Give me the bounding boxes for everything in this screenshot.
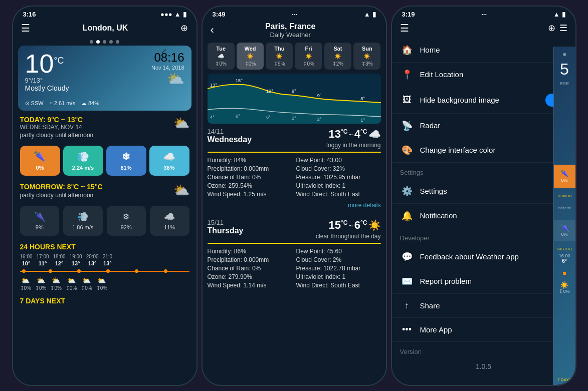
tab-tue[interactable]: Tue ☁️ ↧0% xyxy=(208,43,235,70)
expand-icon[interactable]: ⤢ xyxy=(161,48,166,55)
hero-stats: ⊙ SSW ≈ 2.61 m/s ☁ 84% xyxy=(25,100,100,107)
svg-text:6°: 6° xyxy=(266,115,271,120)
wifi-icon-1: ▲ xyxy=(174,11,181,18)
menu-feedback[interactable]: 💬 Feedback about Weather app xyxy=(392,245,575,269)
hours-weather-icons: ⛅↧0% ⛅↧0% ⛅↧0% ⛅↧0% ⛅↧0% ⛅↧0% xyxy=(20,276,189,291)
menu-more-app[interactable]: ••• More App xyxy=(392,318,575,342)
side-temp-peek: 5 xyxy=(560,61,569,77)
battery-icon-2: ▮ xyxy=(372,11,376,18)
humidity-label-1: Humidity: 84% xyxy=(208,157,292,164)
tab-thu[interactable]: Thu ☀️ ↧9% xyxy=(266,43,293,70)
page-dots-1 xyxy=(13,38,197,46)
today-desc: partly cloudy until afternoon xyxy=(20,132,94,139)
share-label: Share xyxy=(420,301,567,310)
menu-report[interactable]: ✉️ Report problem xyxy=(392,269,575,294)
menu-icon-3[interactable]: ☰ xyxy=(400,22,409,34)
status-icons-2: ▲ ▮ xyxy=(364,11,376,18)
menu-home[interactable]: 🏠 Home › xyxy=(392,38,575,63)
phone-1: 3:16 ●●● ▲ ▮ ☰ London, UK ⊕ xyxy=(12,6,198,386)
menu-edit-location[interactable]: 📍 Edit Location › xyxy=(392,63,575,87)
rain-label-1: Chance of Rain: 0% xyxy=(208,174,292,181)
status-bar-3: 3:19 ··· ▲ ▮ xyxy=(392,7,575,20)
tab-fri[interactable]: Fri ☀️ ↧0% xyxy=(295,43,322,70)
menu-radar[interactable]: 📡 Radar › xyxy=(392,114,575,138)
more-details-link[interactable]: more details xyxy=(208,200,381,211)
menu-notification[interactable]: 🔔 Notification › xyxy=(392,204,575,228)
hours-row: 16:00 10° 17:00 11° 18:00 12° 19:00 13° xyxy=(20,254,189,266)
radar-label: Radar xyxy=(420,121,565,130)
menu-icon-1[interactable]: ☰ xyxy=(21,22,30,34)
wind-dir-label-1: Wind Direct: South East xyxy=(296,191,381,198)
side-sun-icon-area: ☀️ ↧0% xyxy=(559,279,569,296)
day1-icon: ☁️ xyxy=(368,128,381,140)
precip-label-2: Precipitation: 0.000mm xyxy=(208,256,292,263)
days-footer: 7 DAYS NEXT xyxy=(13,294,197,308)
snow-val: 81% xyxy=(120,165,131,171)
humidity-label-2: Humidity: 86% xyxy=(208,248,292,255)
location-icon-1[interactable]: ⊕ xyxy=(180,23,188,34)
cloud-icon: ☁️ xyxy=(163,151,175,163)
menu-settings[interactable]: ⚙️ Settings › xyxy=(392,179,575,204)
palette-icon: 🎨 xyxy=(400,145,414,156)
hero-temp: 10°C xyxy=(25,51,64,77)
metric-cloud: ☁️ 38% xyxy=(149,146,189,176)
hero-desc: Mostly Cloudy xyxy=(25,84,184,92)
yellow-bar-1 xyxy=(208,152,381,153)
menu-hide-bg[interactable]: 🖼 Hide background image xyxy=(392,87,575,114)
chart-area: 13° 15° 12° 9° 9° 8° 4° 6° 6° 2° 2° 1° xyxy=(208,74,381,124)
notification-icon: 🔔 xyxy=(400,210,414,221)
header-center-2: Paris, France Daily Weather xyxy=(265,22,316,39)
wifi-icon-2: ▲ xyxy=(364,11,370,18)
change-color-label: Change interface color xyxy=(420,146,565,154)
feedback-icon: 💬 xyxy=(400,251,414,262)
edit-icon-3[interactable]: ⊕ xyxy=(548,23,555,34)
today-cloud-icon: ⛅ xyxy=(173,116,189,131)
settings-label: Settings xyxy=(420,187,565,195)
hide-bg-label: Hide background image xyxy=(420,96,545,104)
day1-desc: foggy in the morning xyxy=(326,142,381,149)
time-3: 3:19 xyxy=(402,11,415,18)
side-clear-label: clear thr xyxy=(554,204,575,212)
wifi-icon-3: ▲ xyxy=(553,11,560,18)
header-1: ☰ London, UK ⊕ xyxy=(13,20,197,38)
hour-item-1: 16:00 10° xyxy=(20,254,33,266)
status-bar-2: 3:49 ··· ▲ ▮ xyxy=(203,7,386,20)
time-1: 3:16 xyxy=(23,11,36,18)
menu-change-color[interactable]: 🎨 Change interface color › xyxy=(392,138,575,163)
share-icon: ↑ xyxy=(400,300,414,311)
tab-sat[interactable]: Sat ☀️ ↧2% xyxy=(324,43,351,70)
report-label: Report problem xyxy=(420,277,567,285)
back-icon-2[interactable]: ‹ xyxy=(211,24,214,37)
pressure-label-1: Pressure: 1025.95 mbar xyxy=(296,174,381,181)
battery-icon-3: ▮ xyxy=(562,11,565,18)
menu-share[interactable]: ↑ Share xyxy=(392,294,575,318)
day1-header: 14/11 Wednesday 13°C ~ 4°C ☁️ foggy in t… xyxy=(208,128,381,149)
dot-1 xyxy=(90,40,93,44)
hour-item-5: 20:00 13° xyxy=(86,254,99,266)
header-3: ☰ ⊕ ☰ xyxy=(392,20,575,38)
svg-text:1°: 1° xyxy=(360,118,365,123)
daily-tabs[interactable]: Tue ☁️ ↧0% Wed ☀️ ↧0% Thu ☀️ ↧9% Fri ☀️ xyxy=(203,43,386,74)
day1-name: Wednesday xyxy=(208,135,252,144)
hour-item-6: 21:0 13° xyxy=(103,254,112,266)
uv-label-1: Ultraviolet index: 1 xyxy=(296,182,381,189)
day2-low: 6°C xyxy=(354,219,367,232)
day1-details: Humidity: 84% Dew Point: 43.00 Precipita… xyxy=(208,155,381,200)
image-icon: 🖼 xyxy=(400,95,414,105)
side-dot xyxy=(563,272,566,275)
side-hours-label: 24 HOU 16:00 6° xyxy=(557,245,572,266)
tab-wed[interactable]: Wed ☀️ ↧0% xyxy=(237,43,264,70)
more-icon-3[interactable]: ☰ xyxy=(559,23,567,34)
today-sub: WEDNESDAY, NOV 14 xyxy=(20,124,94,131)
day2-high: 15°C xyxy=(328,219,347,232)
tab-sun[interactable]: Sun ☀️ ↧3% xyxy=(353,43,380,70)
daily-weather-sub: Daily Weather xyxy=(265,31,316,39)
version-number: 1.0.5 xyxy=(392,358,575,374)
home-icon: 🏠 xyxy=(400,45,414,56)
tmr-metric-rain: 🌂 9% xyxy=(20,206,60,236)
day2-date: 15/11 xyxy=(208,219,244,226)
side-footer: 7 DAYS xyxy=(557,374,571,385)
phone-2: 3:49 ··· ▲ ▮ ‹ Paris, France Daily Weath… xyxy=(202,6,387,386)
svg-text:2°: 2° xyxy=(291,116,296,121)
today-title: TODAY: 9°C ~ 13°C xyxy=(20,116,94,124)
